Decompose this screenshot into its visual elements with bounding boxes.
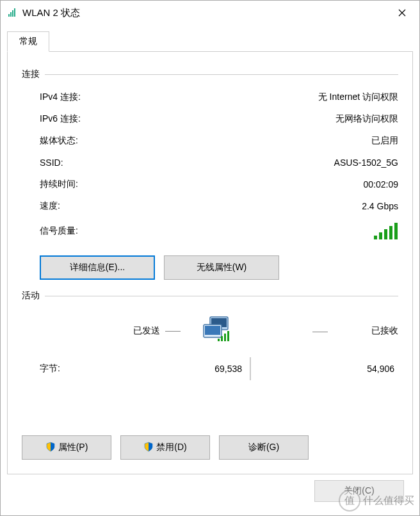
window-frame: WLAN 2 状态 常规 连接 IPv4 连接: 无 Internet 访问权限 xyxy=(0,0,420,516)
diagnose-button[interactable]: 诊断(G) xyxy=(219,435,309,460)
duration-value: 00:02:09 xyxy=(129,179,398,189)
sent-label: 已发送 xyxy=(99,325,188,337)
svg-rect-15 xyxy=(224,334,226,341)
svg-rect-12 xyxy=(205,326,220,335)
divider xyxy=(45,296,398,296)
activity-header-row: 已发送 xyxy=(22,312,398,350)
bytes-received-value: 54,906 xyxy=(251,364,398,374)
svg-rect-7 xyxy=(389,226,392,239)
row-duration: 持续时间: 00:02:09 xyxy=(40,173,398,195)
shield-icon xyxy=(45,442,56,454)
ipv6-value: 无网络访问权限 xyxy=(129,113,398,125)
signal-strength-icon xyxy=(129,223,398,239)
watermark: 值 什么值得买 xyxy=(339,490,414,512)
dash-icon xyxy=(312,332,328,332)
svg-rect-1 xyxy=(10,12,12,17)
disable-button[interactable]: 禁用(D) xyxy=(120,435,210,460)
svg-rect-3 xyxy=(14,8,15,17)
row-ipv4: IPv4 连接: 无 Internet 访问权限 xyxy=(40,86,398,108)
signal-label: 信号质量: xyxy=(40,225,129,237)
media-label: 媒体状态: xyxy=(40,135,129,147)
received-label: 已接收 xyxy=(334,325,398,337)
bytes-label: 字节: xyxy=(22,363,99,375)
tab-general-label: 常规 xyxy=(19,36,37,46)
svg-rect-14 xyxy=(221,336,223,341)
wireless-properties-label: 无线属性(W) xyxy=(197,262,247,273)
diagnose-button-label: 诊断(G) xyxy=(248,442,279,453)
tab-panel-general: 连接 IPv4 连接: 无 Internet 访问权限 IPv6 连接: 无网络… xyxy=(7,51,413,474)
speed-label: 速度: xyxy=(40,200,129,212)
ipv6-label: IPv6 连接: xyxy=(40,113,129,125)
disable-button-label: 禁用(D) xyxy=(156,442,186,453)
tab-strip: 常规 xyxy=(7,31,413,52)
svg-rect-0 xyxy=(8,14,10,17)
watermark-circle: 值 xyxy=(339,490,360,512)
properties-button[interactable]: 属性(P) xyxy=(22,435,111,460)
svg-rect-5 xyxy=(379,232,382,239)
ssid-value: ASUS-1502_5G xyxy=(129,157,398,168)
section-activity-label: 活动 xyxy=(22,290,45,302)
row-signal: 信号质量: xyxy=(40,217,398,245)
ipv4-value: 无 Internet 访问权限 xyxy=(129,92,398,103)
shield-icon xyxy=(143,442,154,454)
row-ipv6: IPv6 连接: 无网络访问权限 xyxy=(40,108,398,130)
svg-rect-16 xyxy=(227,331,229,341)
sent-label-text: 已发送 xyxy=(133,325,160,335)
properties-button-label: 属性(P) xyxy=(58,442,88,453)
window-title: WLAN 2 状态 xyxy=(22,7,387,19)
media-value: 已启用 xyxy=(129,135,398,147)
row-speed: 速度: 2.4 Gbps xyxy=(40,195,398,217)
details-button[interactable]: 详细信息(E)... xyxy=(40,255,155,280)
row-ssid: SSID: ASUS-1502_5G xyxy=(40,152,398,173)
svg-rect-2 xyxy=(12,10,13,17)
action-button-row: 属性(P) 禁用(D) 诊断(G) xyxy=(22,435,398,460)
svg-rect-6 xyxy=(384,229,387,239)
svg-rect-8 xyxy=(394,223,398,239)
section-connection-label: 连接 xyxy=(22,69,45,80)
titlebar: WLAN 2 状态 xyxy=(1,1,419,25)
bytes-row: 字节: 69,538 54,906 xyxy=(22,354,398,383)
spacer xyxy=(246,326,334,336)
tab-general[interactable]: 常规 xyxy=(7,31,49,52)
duration-label: 持续时间: xyxy=(40,179,129,190)
details-button-label: 详细信息(E)... xyxy=(70,262,125,273)
signal-icon xyxy=(8,8,19,19)
ssid-label: SSID: xyxy=(40,157,129,168)
divider xyxy=(45,74,398,75)
speed-value: 2.4 Gbps xyxy=(129,201,398,211)
connection-details: IPv4 连接: 无 Internet 访问权限 IPv6 连接: 无网络访问权… xyxy=(22,86,398,245)
dash-icon xyxy=(165,331,181,332)
dialog-body: 常规 连接 IPv4 连接: 无 Internet 访问权限 IPv6 连接: … xyxy=(1,25,419,515)
watermark-text: 什么值得买 xyxy=(363,494,414,508)
network-icon xyxy=(188,316,246,346)
svg-rect-4 xyxy=(374,236,377,239)
connection-button-row: 详细信息(E)... 无线属性(W) xyxy=(40,255,398,280)
section-header-activity: 活动 xyxy=(22,290,398,302)
wireless-properties-button[interactable]: 无线属性(W) xyxy=(164,255,279,280)
row-media: 媒体状态: 已启用 xyxy=(40,130,398,152)
bytes-sent-value: 69,538 xyxy=(99,364,250,374)
svg-rect-13 xyxy=(218,339,220,341)
ipv4-label: IPv4 连接: xyxy=(40,92,129,103)
section-header-connection: 连接 xyxy=(22,69,398,80)
close-icon[interactable] xyxy=(387,3,417,22)
